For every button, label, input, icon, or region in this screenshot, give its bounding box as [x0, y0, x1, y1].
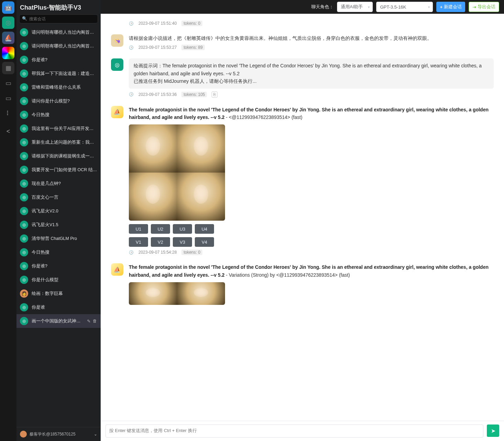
conversation-item[interactable]: ◎清华智普 ChatGLM Pro: [16, 232, 101, 245]
conversation-title: 我这里有一份关于AI应用开发培…: [32, 126, 97, 132]
openai-icon: ◎: [20, 303, 28, 311]
rail-grid-icon[interactable]: ▦: [2, 62, 14, 74]
rail-rainbow-icon[interactable]: [2, 47, 14, 59]
conversation-item[interactable]: ◎请根据下面的课程提纲生成一个…: [16, 149, 101, 163]
conversation-item[interactable]: ◎帮我算一下下面这道题：建造两…: [16, 67, 101, 80]
openai-icon: ◎: [20, 193, 28, 201]
openai-icon: ◎: [20, 152, 28, 160]
tokens-badge: tokens: 0: [181, 250, 202, 255]
openai-icon: ◎: [20, 221, 28, 229]
conversation-title: 清华智普 ChatGLM Pro: [32, 236, 97, 242]
conversation-item[interactable]: 👩绘画：数字巨幕: [16, 287, 101, 300]
conversation-title: 请问明朝有哪些人当过内阁首辅…: [32, 30, 97, 35]
conversation-item[interactable]: ◎你是什么模型: [16, 273, 101, 287]
conversation-item[interactable]: ◎请问你是什么模型?: [16, 94, 101, 108]
rail-robot-icon[interactable]: 🤖: [2, 1, 14, 14]
tokens-badge: tokens: 105: [181, 92, 207, 97]
conversation-title: 我要开发一门如何使用 OCR 结…: [32, 167, 97, 173]
openai-icon: ◎: [20, 83, 28, 91]
msg-time: 2023-09-07 15:51:40: [138, 21, 177, 26]
edit-icon[interactable]: ✎: [87, 319, 91, 324]
plus-icon: +: [440, 4, 443, 10]
mj-message: ⛵ The female protagonist in the novel 'T…: [101, 102, 504, 260]
export-button[interactable]: ⇥导出会话: [469, 2, 499, 12]
variation-v2-button[interactable]: V2: [151, 237, 170, 247]
conversation-item[interactable]: ◎雷锋和雷峰塔是什么关系: [16, 80, 101, 94]
variation-v3-button[interactable]: V3: [173, 237, 192, 247]
rail-book-icon[interactable]: ▭: [2, 92, 14, 104]
sidebar-footer[interactable]: 极客学长@18575670125 ⌄: [16, 427, 101, 441]
rail-midjourney-icon[interactable]: ⛵: [2, 32, 14, 44]
conversation-item[interactable]: ◎请问明朝有哪些人当过内阁首辅…: [16, 39, 101, 53]
search-input[interactable]: [19, 14, 98, 23]
conversation-title: 重新生成上述问题的答案：我这…: [32, 140, 97, 145]
conversation-item[interactable]: ◎重新生成上述问题的答案：我这…: [16, 135, 101, 149]
conversation-title: 今日热搜: [32, 250, 97, 255]
variation-v1-button[interactable]: V1: [129, 237, 148, 247]
message-input[interactable]: [105, 425, 483, 438]
mj-image[interactable]: [177, 173, 225, 221]
role-select[interactable]: 通用AI助手▾: [337, 2, 373, 12]
openai-icon: ◎: [20, 56, 28, 64]
rail-openai-icon[interactable]: ◎: [2, 16, 14, 29]
conversation-item[interactable]: ◎百度文心一言: [16, 190, 101, 204]
conversation-item[interactable]: ◎你是谁?: [16, 259, 101, 273]
tokens-badge: tokens: 0: [181, 21, 202, 26]
conversation-item[interactable]: ◎今日热搜: [16, 245, 101, 259]
upscale-u2-button[interactable]: U2: [151, 224, 170, 234]
conversation-title: 你是谁: [32, 305, 97, 310]
mj-image[interactable]: [177, 124, 225, 173]
rail-doc-icon[interactable]: ▭: [2, 77, 14, 89]
clock-icon: 🕓: [129, 250, 134, 255]
conversation-title: 现在是几点钟?: [32, 181, 97, 187]
send-button[interactable]: ➤: [487, 425, 499, 437]
rail-people-icon[interactable]: ⠇: [2, 107, 14, 120]
copy-icon[interactable]: ⎘: [212, 91, 217, 98]
user-avatar: 👒: [111, 34, 123, 47]
variation-v4-button[interactable]: V4: [195, 237, 214, 247]
openai-icon: ◎: [20, 111, 28, 119]
model-select[interactable]: GPT-3.5-16K▾: [376, 2, 433, 12]
mj-image-grid[interactable]: [129, 282, 225, 305]
conversation-item[interactable]: ◎我这里有一份关于AI应用开发培…: [16, 122, 101, 135]
mj-image[interactable]: [177, 282, 225, 305]
openai-icon: ◎: [20, 138, 28, 146]
conversation-item[interactable]: ◎现在是几点钟?: [16, 177, 101, 190]
openai-icon: ◎: [20, 262, 28, 270]
mj-rest: - <@1129939476223893514> (fast): [225, 114, 303, 120]
conversation-item[interactable]: ◎画一个中国版的女武神，身穿红…✎🗑: [16, 314, 101, 328]
new-chat-button[interactable]: +新建会话: [436, 2, 465, 12]
delete-icon[interactable]: 🗑: [93, 319, 97, 324]
conversation-item[interactable]: ◎我要开发一门如何使用 OCR 结…: [16, 163, 101, 177]
chevron-down-icon[interactable]: ⌄: [94, 432, 97, 437]
upscale-u3-button[interactable]: U3: [173, 224, 192, 234]
conversation-item[interactable]: ◎请问明朝有哪些人当过内阁首辅…: [16, 25, 101, 39]
conversation-title: 雷锋和雷峰塔是什么关系: [32, 85, 97, 90]
conversation-item[interactable]: ◎你是谁: [16, 300, 101, 314]
upscale-u4-button[interactable]: U4: [195, 224, 214, 234]
conversation-item[interactable]: ◎讯飞星火V2.0: [16, 204, 101, 218]
openai-icon: ◎: [20, 69, 28, 78]
conversation-title: 讯飞星火V2.0: [32, 208, 97, 214]
openai-icon: ◎: [20, 317, 28, 325]
mj-image[interactable]: [129, 282, 177, 305]
upscale-u1-button[interactable]: U1: [129, 224, 148, 234]
mj-image[interactable]: [129, 173, 177, 221]
user-avatar-icon: 👩: [20, 289, 28, 298]
footer-avatar: [20, 431, 27, 438]
conversation-item[interactable]: ◎讯飞星火V1.5: [16, 218, 101, 232]
rail-share-icon[interactable]: <: [2, 125, 14, 137]
topbar: 聊天角色： 通用AI助手▾ GPT-3.5-16K▾ +新建会话 ⇥导出会话: [101, 0, 504, 14]
conversation-item[interactable]: ◎今日热搜: [16, 108, 101, 122]
clock-icon: 🕓: [129, 92, 134, 97]
conversation-title: 百度文心一言: [32, 195, 97, 200]
msg-time: 2023-09-07 15:53:27: [138, 45, 177, 50]
composer: ➤: [101, 421, 504, 441]
chat-scroll[interactable]: 🕓 2023-09-07 15:51:40 tokens: 0 👒 请根据金庸小…: [101, 14, 504, 421]
mj-image-grid[interactable]: [129, 124, 225, 221]
user-message: 👒 请根据金庸小说描述，把《射雕英雄传》中的女主角黄蓉画出来。神仙姐姐，气质出尘…: [101, 30, 504, 54]
conversation-item[interactable]: ◎你是谁?: [16, 53, 101, 67]
conversation-title: 你是谁?: [32, 57, 97, 63]
icon-rail: 🤖 ◎ ⛵ ▦ ▭ ▭ ⠇ <: [0, 0, 16, 441]
mj-image[interactable]: [129, 124, 177, 173]
